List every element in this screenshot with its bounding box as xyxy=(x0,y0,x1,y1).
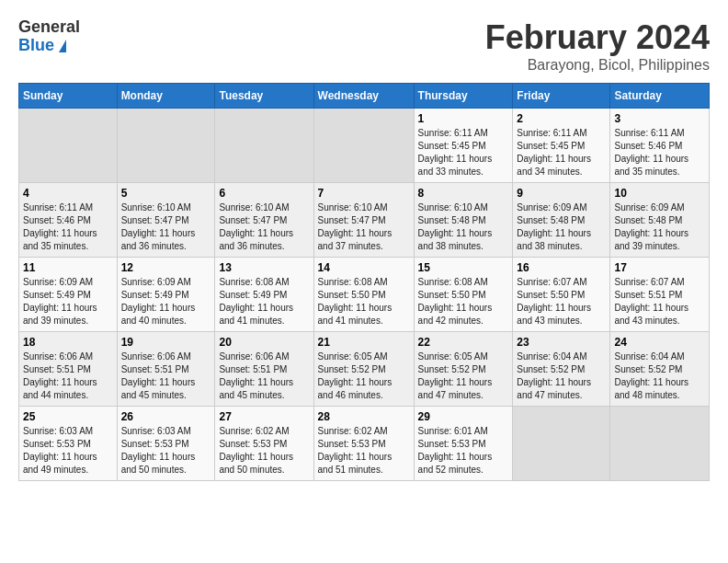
day-number: 26 xyxy=(121,410,211,423)
day-number: 14 xyxy=(318,261,410,274)
day-number: 18 xyxy=(23,336,113,349)
calendar-cell: 3Sunrise: 6:11 AM Sunset: 5:46 PM Daylig… xyxy=(610,109,710,183)
day-number: 13 xyxy=(219,261,309,274)
day-info: Sunrise: 6:05 AM Sunset: 5:52 PM Dayligh… xyxy=(318,350,410,402)
calendar-cell: 11Sunrise: 6:09 AM Sunset: 5:49 PM Dayli… xyxy=(19,258,118,332)
day-number: 23 xyxy=(517,336,606,349)
day-number: 8 xyxy=(418,187,509,200)
day-number: 29 xyxy=(418,410,509,423)
calendar-table: SundayMondayTuesdayWednesdayThursdayFrid… xyxy=(18,83,710,481)
day-number: 6 xyxy=(219,187,309,200)
weekday-header: Friday xyxy=(513,84,610,109)
day-number: 11 xyxy=(23,261,113,274)
calendar-cell: 9Sunrise: 6:09 AM Sunset: 5:48 PM Daylig… xyxy=(513,183,610,258)
calendar-cell: 29Sunrise: 6:01 AM Sunset: 5:53 PM Dayli… xyxy=(414,407,513,481)
calendar-cell xyxy=(19,109,118,183)
day-number: 28 xyxy=(318,410,410,423)
day-info: Sunrise: 6:08 AM Sunset: 5:49 PM Dayligh… xyxy=(219,276,309,327)
weekday-header: Sunday xyxy=(19,84,118,109)
calendar-cell: 12Sunrise: 6:09 AM Sunset: 5:49 PM Dayli… xyxy=(117,258,215,332)
calendar-cell: 25Sunrise: 6:03 AM Sunset: 5:53 PM Dayli… xyxy=(19,407,118,481)
logo: General Blue xyxy=(18,18,80,55)
calendar-cell: 28Sunrise: 6:02 AM Sunset: 5:53 PM Dayli… xyxy=(313,407,414,481)
day-info: Sunrise: 6:06 AM Sunset: 5:51 PM Dayligh… xyxy=(121,350,211,402)
day-info: Sunrise: 6:10 AM Sunset: 5:47 PM Dayligh… xyxy=(121,201,211,253)
calendar-cell: 5Sunrise: 6:10 AM Sunset: 5:47 PM Daylig… xyxy=(117,183,215,258)
day-info: Sunrise: 6:04 AM Sunset: 5:52 PM Dayligh… xyxy=(614,350,705,402)
calendar-cell xyxy=(117,109,215,183)
weekday-header-row: SundayMondayTuesdayWednesdayThursdayFrid… xyxy=(19,84,710,109)
day-info: Sunrise: 6:11 AM Sunset: 5:46 PM Dayligh… xyxy=(614,127,705,178)
day-number: 16 xyxy=(517,261,606,274)
day-info: Sunrise: 6:10 AM Sunset: 5:48 PM Dayligh… xyxy=(418,201,509,253)
day-number: 22 xyxy=(418,336,509,349)
calendar-cell: 19Sunrise: 6:06 AM Sunset: 5:51 PM Dayli… xyxy=(117,332,215,407)
calendar-cell: 4Sunrise: 6:11 AM Sunset: 5:46 PM Daylig… xyxy=(19,183,118,258)
day-info: Sunrise: 6:10 AM Sunset: 5:47 PM Dayligh… xyxy=(219,201,309,253)
day-info: Sunrise: 6:09 AM Sunset: 5:48 PM Dayligh… xyxy=(517,201,606,253)
calendar-cell: 1Sunrise: 6:11 AM Sunset: 5:45 PM Daylig… xyxy=(414,109,513,183)
calendar-cell: 22Sunrise: 6:05 AM Sunset: 5:52 PM Dayli… xyxy=(414,332,513,407)
day-number: 1 xyxy=(418,112,509,125)
day-number: 15 xyxy=(418,261,509,274)
day-number: 2 xyxy=(517,112,606,125)
day-info: Sunrise: 6:03 AM Sunset: 5:53 PM Dayligh… xyxy=(121,425,211,477)
day-info: Sunrise: 6:11 AM Sunset: 5:46 PM Dayligh… xyxy=(23,201,113,253)
day-info: Sunrise: 6:07 AM Sunset: 5:50 PM Dayligh… xyxy=(517,276,606,327)
day-number: 21 xyxy=(318,336,410,349)
day-info: Sunrise: 6:09 AM Sunset: 5:49 PM Dayligh… xyxy=(121,276,211,327)
day-info: Sunrise: 6:08 AM Sunset: 5:50 PM Dayligh… xyxy=(318,276,410,327)
day-info: Sunrise: 6:04 AM Sunset: 5:52 PM Dayligh… xyxy=(517,350,606,402)
calendar-cell: 17Sunrise: 6:07 AM Sunset: 5:51 PM Dayli… xyxy=(610,258,710,332)
day-number: 20 xyxy=(219,336,309,349)
calendar-cell: 20Sunrise: 6:06 AM Sunset: 5:51 PM Dayli… xyxy=(215,332,313,407)
day-info: Sunrise: 6:06 AM Sunset: 5:51 PM Dayligh… xyxy=(219,350,309,402)
calendar-week-row: 18Sunrise: 6:06 AM Sunset: 5:51 PM Dayli… xyxy=(19,332,710,407)
logo-general: General xyxy=(18,18,80,37)
calendar-week-row: 4Sunrise: 6:11 AM Sunset: 5:46 PM Daylig… xyxy=(19,183,710,258)
day-number: 10 xyxy=(614,187,705,200)
weekday-header: Tuesday xyxy=(215,84,313,109)
day-info: Sunrise: 6:09 AM Sunset: 5:49 PM Dayligh… xyxy=(23,276,113,327)
calendar-cell: 6Sunrise: 6:10 AM Sunset: 5:47 PM Daylig… xyxy=(215,183,313,258)
day-number: 4 xyxy=(23,187,113,200)
day-number: 24 xyxy=(614,336,705,349)
day-info: Sunrise: 6:09 AM Sunset: 5:48 PM Dayligh… xyxy=(614,201,705,253)
day-info: Sunrise: 6:01 AM Sunset: 5:53 PM Dayligh… xyxy=(418,425,509,477)
calendar-cell: 2Sunrise: 6:11 AM Sunset: 5:45 PM Daylig… xyxy=(513,109,610,183)
calendar-cell: 8Sunrise: 6:10 AM Sunset: 5:48 PM Daylig… xyxy=(414,183,513,258)
weekday-header: Monday xyxy=(117,84,215,109)
day-number: 12 xyxy=(121,261,211,274)
calendar-cell: 16Sunrise: 6:07 AM Sunset: 5:50 PM Dayli… xyxy=(513,258,610,332)
title-area: February 2024 Barayong, Bicol, Philippin… xyxy=(485,18,710,74)
calendar-cell: 15Sunrise: 6:08 AM Sunset: 5:50 PM Dayli… xyxy=(414,258,513,332)
calendar-title: February 2024 xyxy=(485,18,710,57)
calendar-week-row: 1Sunrise: 6:11 AM Sunset: 5:45 PM Daylig… xyxy=(19,109,710,183)
day-number: 25 xyxy=(23,410,113,423)
calendar-subtitle: Barayong, Bicol, Philippines xyxy=(485,57,710,74)
calendar-week-row: 11Sunrise: 6:09 AM Sunset: 5:49 PM Dayli… xyxy=(19,258,710,332)
day-info: Sunrise: 6:10 AM Sunset: 5:47 PM Dayligh… xyxy=(318,201,410,253)
day-info: Sunrise: 6:06 AM Sunset: 5:51 PM Dayligh… xyxy=(23,350,113,402)
logo-blue: Blue xyxy=(18,37,80,55)
day-number: 19 xyxy=(121,336,211,349)
day-info: Sunrise: 6:08 AM Sunset: 5:50 PM Dayligh… xyxy=(418,276,509,327)
day-info: Sunrise: 6:02 AM Sunset: 5:53 PM Dayligh… xyxy=(219,425,309,477)
day-number: 3 xyxy=(614,112,705,125)
calendar-cell: 27Sunrise: 6:02 AM Sunset: 5:53 PM Dayli… xyxy=(215,407,313,481)
weekday-header: Saturday xyxy=(610,84,710,109)
day-number: 17 xyxy=(614,261,705,274)
day-info: Sunrise: 6:03 AM Sunset: 5:53 PM Dayligh… xyxy=(23,425,113,477)
calendar-cell xyxy=(610,407,710,481)
calendar-week-row: 25Sunrise: 6:03 AM Sunset: 5:53 PM Dayli… xyxy=(19,407,710,481)
day-info: Sunrise: 6:05 AM Sunset: 5:52 PM Dayligh… xyxy=(418,350,509,402)
header: General Blue February 2024 Barayong, Bic… xyxy=(18,18,710,74)
day-number: 7 xyxy=(318,187,410,200)
calendar-cell: 24Sunrise: 6:04 AM Sunset: 5:52 PM Dayli… xyxy=(610,332,710,407)
calendar-cell: 23Sunrise: 6:04 AM Sunset: 5:52 PM Dayli… xyxy=(513,332,610,407)
day-info: Sunrise: 6:02 AM Sunset: 5:53 PM Dayligh… xyxy=(318,425,410,477)
calendar-cell xyxy=(313,109,414,183)
day-info: Sunrise: 6:07 AM Sunset: 5:51 PM Dayligh… xyxy=(614,276,705,327)
day-number: 9 xyxy=(517,187,606,200)
day-number: 5 xyxy=(121,187,211,200)
